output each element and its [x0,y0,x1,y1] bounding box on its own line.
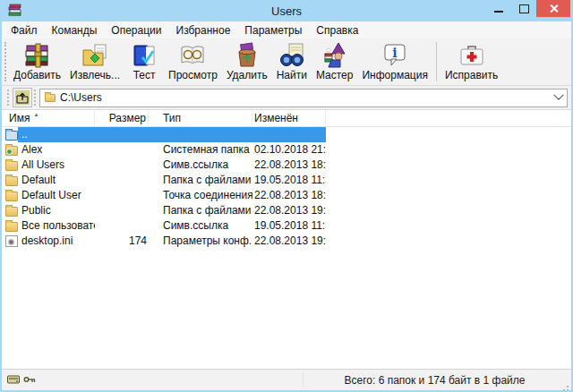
sort-ascending-icon: ▲ [33,112,38,117]
cell-mod: 22.08.2013 19:34 [252,234,326,249]
repair-button-label: Исправить [445,70,498,81]
statusbar-spacer [38,373,304,388]
minimize-button[interactable] [486,0,511,17]
address-bar: C:\Users [2,86,571,110]
address-combobox[interactable]: C:\Users [39,89,568,107]
svg-text:i: i [393,46,398,60]
combobox-drag-handle[interactable] [34,89,36,106]
test-button-label: Тест [133,70,156,81]
menu-bar: Файл Команды Операции Избранное Параметр… [2,21,571,38]
winrar-window: Users Файл Команды Операции Избранное Па… [0,0,573,392]
toolbar: Добавить Извлечь... [2,38,571,86]
cell-name: Public [18,203,95,218]
cell-mod: 02.10.2018 21:13 [252,142,326,158]
maximize-button[interactable] [511,0,536,17]
cell-type: Системная папка [149,142,252,158]
test-button[interactable]: Тест [124,39,164,81]
menu-commands[interactable]: Команды [45,22,105,38]
cell-name: Все пользовате... [18,218,95,234]
dropdown-arrow-icon[interactable] [553,90,563,100]
find-button[interactable]: Найти [272,39,312,81]
statusbar-total: Всего: 6 папок и 174 байт в 1 файле [304,374,566,387]
extract-button[interactable]: Извлечь... [65,39,124,81]
view-button[interactable]: Просмотр [164,39,222,81]
wizard-button[interactable]: Мастер [312,39,358,81]
statusbar-icons [7,374,38,387]
folder-icon [5,192,18,201]
folder-icon [5,161,18,171]
info-icon: i [380,41,410,70]
column-header-modified[interactable]: Изменён [252,110,326,126]
table-row[interactable]: desktop.ini174Параметры конф...22.08.201… [2,234,571,249]
toolbar-drag-handle[interactable] [4,42,6,81]
repair-button[interactable]: Исправить [440,39,502,81]
find-button-label: Найти [277,70,307,81]
cell-mod: 19.05.2018 11:37 [252,173,326,188]
key-icon[interactable] [23,374,36,387]
info-button[interactable]: i Информация [357,39,432,81]
view-button-label: Просмотр [168,70,218,81]
cell-type: Симв.ссылка [149,158,252,173]
file-list-body: ..AlexСистемная папка02.10.2018 21:13All… [2,127,571,369]
menu-options[interactable]: Параметры [237,22,309,38]
cell-size: 174 [95,234,149,249]
delete-icon [232,41,262,70]
cell-mod: 22.08.2013 18:45 [252,158,326,173]
cell-mod: 22.08.2013 19:36 [252,203,326,218]
cell-name: desktop.ini [18,234,95,249]
extract-icon [80,41,110,70]
wizard-icon [320,41,350,70]
table-row[interactable]: Все пользовате...Симв.ссылка19.05.2018 1… [2,218,571,234]
addressbar-drag-handle[interactable] [7,89,9,106]
delete-button[interactable]: Удалить [222,39,272,81]
column-header-size[interactable]: Размер [95,110,149,126]
column-header-type[interactable]: Тип [149,110,252,126]
add-button[interactable]: Добавить [9,39,65,81]
table-row[interactable]: PublicПапка с файлами22.08.2013 19:36 [2,203,571,218]
test-icon [129,41,159,70]
add-archive-icon [22,41,53,70]
cell-name: Default [18,173,95,188]
column-header-row: Имя▲ Размер Тип Изменён [2,110,571,127]
info-button-label: Информация [362,70,427,81]
menu-operations[interactable]: Операции [104,22,168,38]
up-directory-button[interactable] [13,88,32,107]
resize-grip[interactable] [567,386,569,388]
table-row[interactable]: Default UserТочка соединения22.08.2013 1… [2,188,571,203]
cell-name: All Users [18,158,95,173]
menu-favorites[interactable]: Избранное [169,22,238,38]
cell-mod: 19.05.2018 11:37 [252,218,326,234]
delete-button-label: Удалить [227,70,268,81]
address-path: C:\Users [60,91,102,104]
cell-type: Папка с файлами [149,173,252,188]
menu-file[interactable]: Файл [4,22,45,38]
cell-type: Параметры конф... [149,234,252,249]
folder-user-icon [5,146,18,156]
column-header-blank [326,110,571,126]
extract-button-label: Извлечь... [70,70,120,81]
folder-icon [5,176,18,186]
cell-type: Точка соединения [149,188,252,203]
cell-name: Alex [18,142,95,158]
add-button-label: Добавить [13,70,61,81]
table-row[interactable]: All UsersСимв.ссылка22.08.2013 18:45 [2,158,571,173]
column-header-name[interactable]: Имя▲ [5,110,95,126]
toolbar-separator [436,42,437,81]
close-button[interactable] [536,0,570,17]
table-row[interactable]: DefaultПапка с файлами19.05.2018 11:37 [2,173,571,188]
cell-mod: 22.08.2013 18:45 [252,188,326,203]
table-row[interactable]: AlexСистемная папка02.10.2018 21:13 [2,142,571,158]
menu-help[interactable]: Справка [309,22,365,38]
minimize-icon [494,11,503,13]
table-row[interactable]: .. [2,127,571,142]
find-icon [277,41,307,70]
ini-file-icon [5,235,18,247]
folder-up-icon [5,131,18,141]
window-controls [486,0,571,21]
repair-icon [457,41,487,70]
folder-icon [5,207,18,217]
column-header-name-label: Имя [9,112,30,124]
title-bar[interactable]: Users [2,0,571,21]
disk-icon[interactable] [7,374,20,387]
winrar-logo-icon [7,3,23,19]
